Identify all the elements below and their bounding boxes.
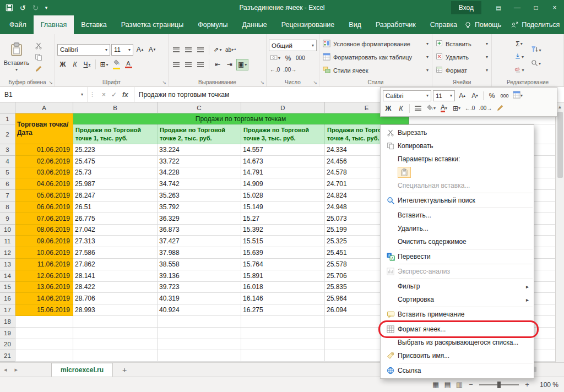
- vertical-scrollbar[interactable]: ▲: [555, 102, 564, 362]
- context-menu-item-smart-lookup[interactable]: Интеллектуальный поиск: [381, 194, 534, 207]
- number-format-combo[interactable]: Общий▾: [269, 40, 317, 51]
- value-cell[interactable]: 34.228: [158, 167, 241, 179]
- row-header-17[interactable]: 17: [0, 304, 15, 316]
- date-cell[interactable]: 04.06.2019: [15, 178, 73, 190]
- context-menu-item-link[interactable]: Ссылка: [381, 364, 534, 377]
- value-cell[interactable]: 40.924: [158, 304, 241, 316]
- sign-in-button[interactable]: Вход: [451, 1, 481, 14]
- value-cell[interactable]: 15.392: [241, 225, 325, 236]
- font-size-combo[interactable]: 11▾: [111, 44, 133, 56]
- context-menu-item-paste-special[interactable]: Специальная вставка...: [381, 179, 534, 192]
- cell[interactable]: [15, 350, 73, 362]
- date-cell[interactable]: 01.06.2019: [15, 144, 73, 156]
- series-header-cell[interactable]: Продажи по Торговой точке 3, тыс. руб.: [241, 124, 325, 144]
- orientation-button[interactable]: ⇗▾: [212, 44, 223, 56]
- value-cell[interactable]: 15.149: [241, 202, 325, 213]
- value-cell[interactable]: 27.042: [73, 225, 158, 236]
- context-menu-item-filter[interactable]: Фильтр▸: [381, 280, 534, 293]
- row-header-8[interactable]: 8: [0, 202, 15, 213]
- share-button[interactable]: Поделиться: [511, 21, 560, 29]
- sheet-tab-active[interactable]: microexcel.ru: [51, 363, 113, 377]
- find-select-button[interactable]: ▾: [530, 58, 543, 69]
- value-cell[interactable]: 26.51: [73, 202, 158, 213]
- font-name-combo[interactable]: Calibri▾: [383, 90, 431, 101]
- value-cell[interactable]: 15.515: [241, 236, 325, 247]
- format-painter-button[interactable]: [495, 103, 506, 114]
- cell[interactable]: [15, 316, 73, 328]
- ribbon-display-options-icon[interactable]: ▤: [489, 0, 508, 15]
- value-cell[interactable]: 27.862: [73, 259, 158, 270]
- customize-qat-chevron-icon[interactable]: ▾: [45, 6, 48, 10]
- column-header-B[interactable]: B: [73, 102, 158, 113]
- font-dialog-launcher[interactable]: ↘: [162, 80, 166, 85]
- date-cell[interactable]: 10.06.2019: [15, 247, 73, 259]
- tab-page-layout[interactable]: Разметка страницы: [114, 15, 191, 34]
- row-header-2[interactable]: 2: [0, 124, 15, 144]
- bold-button[interactable]: Ж: [57, 59, 68, 70]
- cell[interactable]: [158, 350, 241, 362]
- date-cell[interactable]: 11.06.2019: [15, 259, 73, 270]
- sheet-nav-right-icon[interactable]: ▸: [11, 363, 22, 377]
- wrap-text-button[interactable]: ab↩: [224, 44, 237, 56]
- value-cell[interactable]: 26.775: [73, 213, 158, 225]
- align-top-button[interactable]: [171, 44, 182, 56]
- italic-button[interactable]: К: [395, 103, 406, 114]
- context-menu-item-paste-option[interactable]: [381, 166, 534, 179]
- value-cell[interactable]: 15.891: [241, 270, 325, 282]
- value-cell[interactable]: 14.673: [241, 156, 325, 167]
- date-cell[interactable]: 15.06.2019: [15, 304, 73, 316]
- value-cell[interactable]: 25.475: [73, 156, 158, 167]
- borders-button[interactable]: ⊞▾: [99, 59, 110, 70]
- add-sheet-button[interactable]: +: [118, 364, 131, 375]
- context-menu-item-delete-cells[interactable]: Удалить...: [381, 222, 534, 235]
- decrease-indent-button[interactable]: ⇤: [212, 59, 223, 70]
- value-cell[interactable]: 33.224: [158, 144, 241, 156]
- value-cell[interactable]: 15.028: [241, 190, 325, 202]
- column-header-D[interactable]: D: [241, 102, 325, 113]
- tab-home[interactable]: Главная: [34, 15, 74, 34]
- tab-data[interactable]: Данные: [235, 15, 274, 34]
- save-icon[interactable]: [6, 4, 13, 12]
- cell[interactable]: [73, 328, 158, 339]
- series-header-cell[interactable]: Продажи по Торговой точке 1, тыс. руб.: [73, 124, 158, 144]
- bold-button[interactable]: Ж: [383, 103, 394, 114]
- name-box[interactable]: B1 ▾: [0, 87, 88, 102]
- value-cell[interactable]: 40.319: [158, 293, 241, 304]
- clear-button[interactable]: ▾: [513, 64, 525, 76]
- merge-center-button[interactable]: ▣▾: [236, 59, 248, 70]
- format-button[interactable]: Формат▾: [435, 64, 489, 77]
- shrink-font-button[interactable]: А▾: [147, 44, 158, 56]
- format-table-button[interactable]: ▾: [512, 90, 524, 101]
- date-cell[interactable]: 02.06.2019: [15, 156, 73, 167]
- row-header-9[interactable]: 9: [0, 213, 15, 225]
- enter-icon[interactable]: ✓: [111, 91, 117, 99]
- cell[interactable]: [73, 350, 158, 362]
- row-header-14[interactable]: 14: [0, 270, 15, 282]
- paste-button[interactable]: Вставить ▾: [2, 36, 31, 78]
- align-center-button[interactable]: [183, 59, 194, 70]
- delete-cells-button[interactable]: Удалить▾: [435, 51, 489, 63]
- row-header-21[interactable]: 21: [0, 350, 15, 362]
- row-header-13[interactable]: 13: [0, 259, 15, 270]
- value-cell[interactable]: 14.557: [241, 144, 325, 156]
- value-cell[interactable]: 14.909: [241, 178, 325, 190]
- row-header-1[interactable]: 1: [0, 113, 15, 124]
- value-cell[interactable]: 36.873: [158, 225, 241, 236]
- clipboard-dialog-launcher[interactable]: ↘: [48, 80, 53, 85]
- grow-font-button[interactable]: А▴: [134, 44, 145, 56]
- cell[interactable]: [158, 316, 241, 328]
- context-menu-item-insert-comment[interactable]: Вставить примечание: [381, 308, 534, 321]
- value-cell[interactable]: 37.988: [158, 247, 241, 259]
- insert-function-button[interactable]: fx: [122, 91, 128, 99]
- italic-button[interactable]: К: [69, 59, 80, 70]
- cut-button[interactable]: [33, 41, 44, 51]
- cell[interactable]: [73, 316, 158, 328]
- tellme-help-button[interactable]: Помощь: [464, 21, 501, 29]
- date-cell[interactable]: 08.06.2019: [15, 225, 73, 236]
- increase-indent-button[interactable]: ⇥: [224, 59, 235, 70]
- value-cell[interactable]: 28.706: [73, 293, 158, 304]
- minimize-button[interactable]: —: [508, 0, 527, 15]
- value-cell[interactable]: 15.27: [241, 213, 325, 225]
- accounting-format-button[interactable]: ▾: [269, 52, 281, 64]
- zoom-slider-thumb[interactable]: [497, 382, 501, 388]
